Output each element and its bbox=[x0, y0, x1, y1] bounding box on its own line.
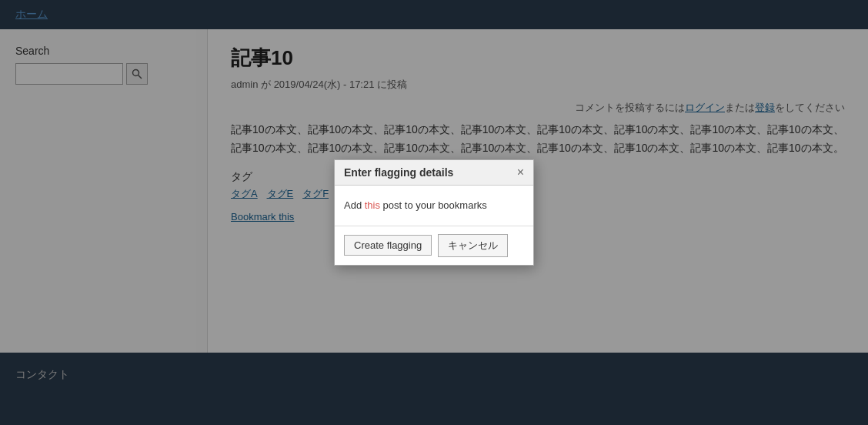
modal-body-post: post to your bookmarks bbox=[380, 199, 487, 211]
modal-body-pre: Add bbox=[344, 199, 365, 211]
modal-header: Enter flagging details × bbox=[335, 160, 533, 186]
create-flagging-button[interactable]: Create flagging bbox=[344, 235, 432, 256]
modal-overlay: Enter flagging details × Add this post t… bbox=[0, 0, 868, 425]
modal-title: Enter flagging details bbox=[344, 166, 453, 179]
modal-body-text: Add this post to your bookmarks bbox=[344, 198, 524, 213]
modal-dialog: Enter flagging details × Add this post t… bbox=[334, 159, 534, 266]
modal-body: Add this post to your bookmarks bbox=[335, 186, 533, 226]
cancel-button[interactable]: キャンセル bbox=[438, 234, 508, 257]
modal-close-button[interactable]: × bbox=[517, 166, 524, 179]
modal-footer: Create flagging キャンセル bbox=[335, 226, 533, 265]
modal-body-highlight: this bbox=[365, 199, 380, 211]
